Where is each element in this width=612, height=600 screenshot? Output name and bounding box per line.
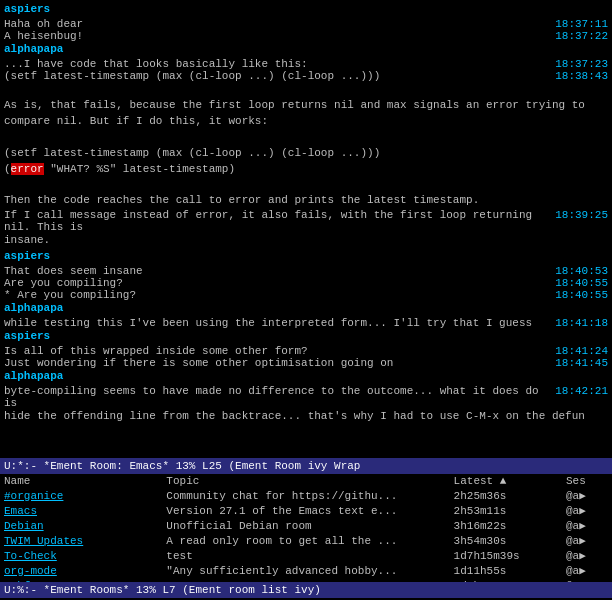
room-topic: Community chat for https://githu... [162, 488, 449, 503]
table-row[interactable]: To-Checktest1d7h15m39s@a▶ [0, 548, 612, 563]
table-row[interactable]: DebianUnofficial Debian room3h16m22s@a▶ [0, 518, 612, 533]
table-row[interactable]: #organiceCommunity chat for https://gith… [0, 488, 612, 503]
msg-time: 18:41:24 [555, 345, 608, 357]
msg-time: 18:37:11 [555, 18, 608, 30]
room-latest: 3h54m30s [450, 533, 562, 548]
username-alphapapa-2: alphapapa [4, 302, 63, 314]
code-line-2: (setf latest-timestamp (max (cl-loop ...… [4, 147, 380, 159]
msg-time: 18:37:23 [555, 58, 608, 70]
room-name[interactable]: org-mode [0, 563, 162, 578]
msg-time: 18:38:43 [555, 70, 608, 82]
msg-time: 18:40:55 [555, 289, 608, 301]
username-alphapapa-3: alphapapa [4, 370, 63, 382]
msg-text: As is, that fails, because the first loo… [4, 99, 585, 111]
room-session: @a▶ [562, 488, 612, 503]
error-highlight: error [11, 163, 44, 175]
room-topic: Version 27.1 of the Emacs text e... [162, 503, 449, 518]
table-row[interactable]: EmacsVersion 27.1 of the Emacs text e...… [0, 503, 612, 518]
room-topic: "Any sufficiently advanced hobby... [162, 563, 449, 578]
username-aspiers-2: aspiers [4, 250, 50, 262]
room-name[interactable]: #organice [0, 488, 162, 503]
msg-text: Is all of this wrapped inside some other… [4, 345, 547, 357]
room-name[interactable]: TWIM Updates [0, 533, 162, 548]
col-header-topic: Topic [162, 474, 449, 488]
col-header-session: Ses [562, 474, 612, 488]
status-bar-bottom: U:%:- *Ement Rooms* 13% L7 (Ement room l… [0, 582, 612, 598]
table-row[interactable]: org-mode"Any sufficiently advanced hobby… [0, 563, 612, 578]
room-session: @a▶ [562, 533, 612, 548]
room-list: Name Topic Latest ▲ Ses #organiceCommuni… [0, 474, 612, 582]
room-name[interactable]: Debian [0, 518, 162, 533]
msg-text: Are you compiling? [4, 277, 547, 289]
room-session: @a▶ [562, 548, 612, 563]
table-row[interactable]: TWIM UpdatesA read only room to get all … [0, 533, 612, 548]
msg-time: 18:39:25 [555, 209, 608, 221]
room-name[interactable]: !xbfPHSTwPySgaIeJnz:ma... [0, 578, 162, 582]
col-header-latest: Latest ▲ [450, 474, 562, 488]
msg-text: insane. [4, 234, 50, 246]
msg-text: A heisenbug! [4, 30, 547, 42]
table-header: Name Topic Latest ▲ Ses [0, 474, 612, 488]
room-session: @a▶ [562, 503, 612, 518]
msg-text: while testing this I've been using the i… [4, 317, 547, 329]
msg-time: 18:37:22 [555, 30, 608, 42]
room-latest: 1d7h15m39s [450, 548, 562, 563]
col-header-name: Name [0, 474, 162, 488]
status-bar-text: U:*:- *Ement Room: Emacs* 13% L25 (Ement… [4, 460, 360, 472]
msg-text: Just wondering if there is some other op… [4, 357, 547, 369]
msg-text: byte-compiling seems to have made no dif… [4, 385, 547, 409]
msg-text: compare nil. But if I do this, it works: [4, 115, 268, 127]
status-bar-top: U:*:- *Ement Room: Emacs* 13% L25 (Ement… [0, 458, 612, 474]
msg-text: ...I have code that looks basically like… [4, 58, 547, 70]
room-name[interactable]: To-Check [0, 548, 162, 563]
msg-text: Then the code reaches the call to error … [4, 194, 479, 206]
msg-time: 18:40:53 [555, 265, 608, 277]
room-topic: test [162, 548, 449, 563]
room-latest: 2h53m11s [450, 503, 562, 518]
room-latest: 3h16m22s [450, 518, 562, 533]
room-session: @a▶ [562, 518, 612, 533]
username-aspiers-3: aspiers [4, 330, 50, 342]
code-line: (setf latest-timestamp (max (cl-loop ...… [4, 70, 547, 82]
room-topic: A read only room to get all the ... [162, 533, 449, 548]
msg-time: 18:41:45 [555, 357, 608, 369]
msg-text: If I call message instead of error, it a… [4, 209, 547, 233]
room-session: @a▶ [562, 563, 612, 578]
username-aspiers-1: aspiers [4, 3, 50, 15]
chat-area: aspiers Haha oh dear18:37:11 A heisenbug… [0, 0, 612, 458]
bottom-status-text: U:%:- *Ement Rooms* 13% L7 (Ement room l… [4, 584, 321, 596]
msg-text: * Are you compiling? [4, 289, 547, 301]
msg-text: hide the offending line from the backtra… [4, 410, 585, 422]
room-latest: 1d11h55s [450, 563, 562, 578]
room-latest: 2h25m36s [450, 488, 562, 503]
msg-time: 18:40:55 [555, 277, 608, 289]
msg-time: 18:42:21 [555, 385, 608, 397]
room-topic: Unofficial Debian room [162, 518, 449, 533]
msg-text: Haha oh dear [4, 18, 547, 30]
msg-time: 18:41:18 [555, 317, 608, 329]
room-name[interactable]: Emacs [0, 503, 162, 518]
code-error-line: (error "WHAT? %S" latest-timestamp) [4, 163, 235, 175]
msg-text: That does seem insane [4, 265, 547, 277]
username-alphapapa-1: alphapapa [4, 43, 63, 55]
